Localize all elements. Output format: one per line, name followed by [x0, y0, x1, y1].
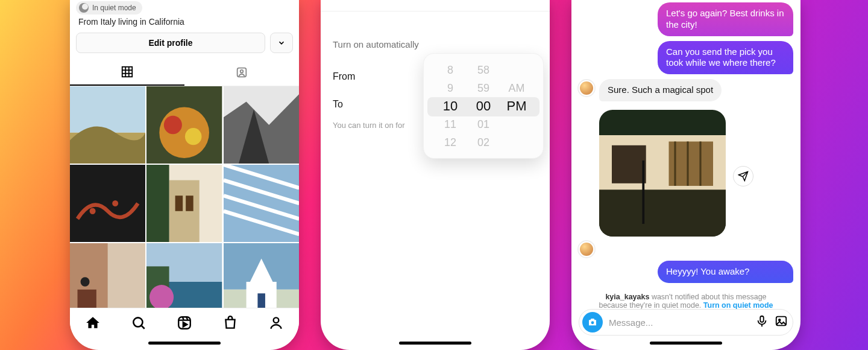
svg-point-6 — [241, 70, 244, 73]
mic-button[interactable] — [755, 314, 769, 330]
sent-message[interactable]: Can you send the pick you took while we … — [658, 41, 793, 75]
received-avatar-only — [579, 240, 793, 257]
gallery-button[interactable] — [775, 314, 788, 330]
tab-grid[interactable] — [70, 59, 184, 86]
nav-search[interactable] — [131, 315, 146, 333]
to-label: To — [333, 99, 343, 110]
sent-message[interactable]: Let's go again? Best drinks in the city! — [658, 2, 793, 36]
svg-point-12 — [185, 128, 202, 145]
edit-profile-button[interactable]: Edit profile — [76, 33, 265, 53]
picker-hour-column[interactable]: 8 9 10 11 12 — [434, 61, 467, 151]
tab-tagged[interactable] — [184, 59, 299, 86]
svg-rect-20 — [169, 180, 200, 242]
quiet-mode-schedule-screen: Turn on automatically From To You can tu… — [321, 0, 550, 350]
time-picker[interactable]: 8 9 10 11 12 58 59 00 01 02 AM PM — [423, 53, 544, 159]
received-message-row: Sure. Such a magical spot — [579, 79, 793, 106]
avatar[interactable] — [579, 241, 594, 257]
svg-line-43 — [141, 325, 144, 328]
sent-message[interactable]: Heyyyy! You awake? — [658, 261, 793, 283]
message-list[interactable]: Let's go again? Best drinks in the city!… — [571, 0, 800, 314]
svg-point-42 — [133, 317, 142, 326]
svg-point-18 — [112, 200, 118, 206]
svg-point-17 — [90, 208, 96, 214]
grid-icon — [121, 65, 134, 78]
bottom-nav — [70, 308, 299, 339]
quiet-mode-badge: In quiet mode — [76, 1, 142, 14]
svg-rect-23 — [146, 165, 169, 242]
picker-ampm-column[interactable]: AM PM — [500, 61, 533, 151]
post-thumb[interactable] — [70, 165, 145, 242]
nav-profile[interactable] — [268, 315, 284, 333]
avatar[interactable] — [579, 80, 594, 96]
message-input[interactable]: Message... — [609, 317, 749, 328]
svg-rect-57 — [599, 189, 726, 237]
post-thumb[interactable] — [224, 86, 299, 164]
received-message[interactable]: Sure. Such a magical spot — [599, 79, 722, 101]
home-indicator — [650, 342, 722, 345]
svg-rect-16 — [70, 165, 145, 242]
svg-rect-0 — [122, 67, 133, 77]
svg-point-10 — [160, 107, 210, 158]
nav-reels[interactable] — [177, 315, 192, 333]
message-composer: Message... — [579, 309, 793, 336]
notice-username: kyia_kayaks — [605, 293, 649, 301]
svg-rect-60 — [760, 316, 764, 322]
suggested-people-button[interactable] — [270, 33, 293, 53]
svg-point-59 — [591, 321, 594, 324]
svg-rect-22 — [186, 196, 193, 211]
post-thumb[interactable] — [146, 165, 222, 242]
camera-icon — [587, 317, 598, 328]
turn-on-quiet-mode-link[interactable]: Turn on quiet mode — [703, 301, 773, 310]
profile-screen: In quiet mode From Italy living in Calif… — [70, 0, 299, 350]
chevron-down-icon — [277, 39, 286, 47]
tagged-icon — [235, 66, 248, 79]
image-icon — [775, 314, 788, 328]
svg-point-36 — [149, 285, 174, 310]
camera-button[interactable] — [582, 312, 603, 332]
svg-rect-7 — [70, 86, 145, 133]
profile-bio: From Italy living in California — [70, 17, 299, 33]
dm-conversation-screen: Let's go again? Best drinks in the city!… — [571, 0, 800, 350]
post-thumb[interactable] — [70, 86, 145, 164]
mic-icon — [755, 314, 769, 328]
received-image[interactable] — [599, 110, 726, 237]
svg-rect-52 — [612, 145, 646, 183]
share-icon — [738, 171, 749, 182]
svg-rect-21 — [175, 196, 183, 211]
share-button[interactable] — [733, 166, 753, 186]
quiet-mode-label: In quiet mode — [92, 4, 136, 12]
svg-point-63 — [779, 319, 781, 321]
received-image-row — [579, 110, 793, 243]
svg-rect-58 — [642, 161, 644, 224]
moon-icon — [79, 3, 89, 13]
post-thumb[interactable] — [224, 165, 299, 242]
svg-point-11 — [164, 116, 182, 135]
post-thumb[interactable] — [146, 86, 222, 164]
from-label: From — [333, 71, 355, 82]
picker-minute-column[interactable]: 58 59 00 01 02 — [467, 61, 500, 151]
svg-point-32 — [81, 277, 90, 286]
svg-marker-48 — [183, 322, 187, 326]
home-indicator — [148, 342, 221, 345]
posts-grid — [70, 86, 299, 320]
nav-home[interactable] — [85, 315, 101, 333]
profile-tabs — [70, 59, 299, 86]
home-indicator — [399, 342, 471, 345]
nav-shop[interactable] — [222, 315, 238, 333]
svg-point-49 — [274, 317, 279, 323]
